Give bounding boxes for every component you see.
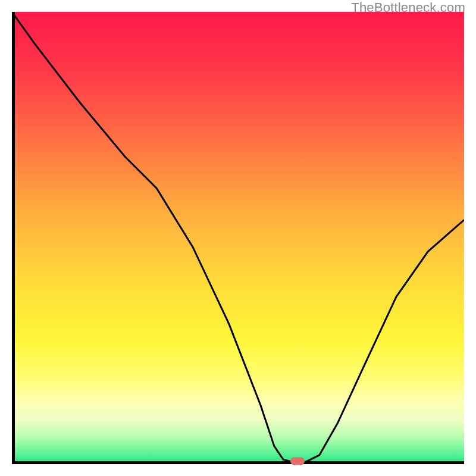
optimal-marker (290, 458, 305, 465)
watermark-text: TheBottleneck.com (351, 0, 465, 15)
bottleneck-chart: TheBottleneck.com (0, 0, 476, 476)
plot-area (12, 12, 464, 464)
axis-border (12, 12, 464, 464)
